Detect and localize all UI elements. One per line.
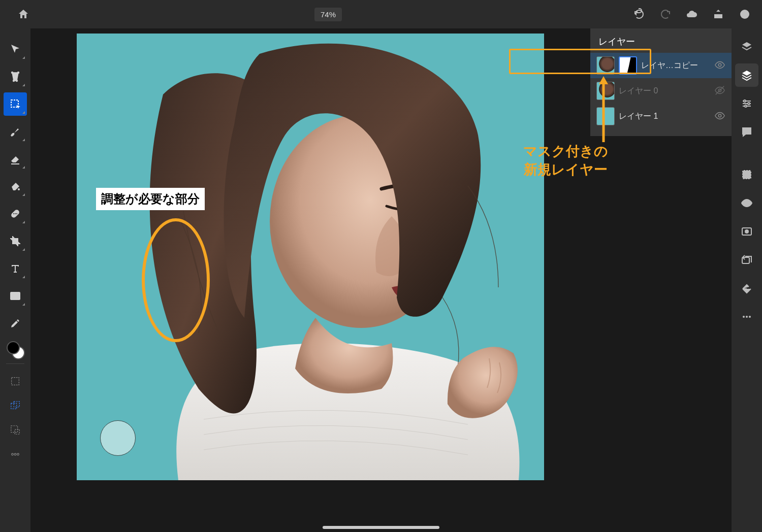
layer-row[interactable]: レイヤー 1 — [590, 104, 732, 129]
svg-point-5 — [16, 80, 18, 82]
topbar: 74% — [0, 0, 762, 28]
svg-point-31 — [744, 100, 746, 102]
canvas-area[interactable]: 調整が必要な部分 — [30, 28, 590, 532]
svg-point-10 — [15, 213, 16, 214]
svg-point-43 — [749, 316, 751, 318]
svg-point-9 — [13, 213, 14, 214]
brush-tool-icon[interactable] — [4, 120, 27, 143]
crop-tool-icon[interactable] — [4, 229, 27, 253]
svg-rect-17 — [11, 426, 18, 433]
svg-rect-18 — [15, 429, 19, 434]
layer-thumb-icon — [596, 82, 615, 100]
clip-action-icon[interactable] — [735, 248, 758, 272]
svg-point-11 — [16, 213, 17, 214]
svg-point-1 — [744, 16, 745, 17]
visibility-icon[interactable] — [714, 59, 726, 72]
subject-image — [77, 34, 544, 480]
svg-point-2 — [12, 72, 13, 74]
layer-thumb-icon — [596, 107, 615, 125]
transform-tool-icon[interactable] — [4, 65, 27, 88]
heal-tool-icon[interactable] — [4, 202, 27, 225]
eyedropper-tool-icon[interactable] — [4, 312, 27, 335]
brush-cursor-icon — [100, 420, 136, 456]
svg-point-3 — [18, 72, 19, 74]
canvas[interactable]: 調整が必要な部分 — [77, 34, 544, 480]
delete-action-icon[interactable] — [735, 277, 758, 300]
zoom-badge[interactable]: 74% — [314, 8, 342, 21]
home-icon[interactable] — [13, 4, 34, 24]
comments-icon[interactable] — [735, 120, 758, 144]
marquee-rect-icon[interactable] — [5, 371, 26, 392]
layers-panel: レイヤー レイヤ…コピー レイヤー 0 レイヤー 1 — [590, 28, 732, 136]
add-layer-icon[interactable] — [735, 163, 758, 186]
visibility-icon[interactable] — [714, 110, 726, 122]
svg-point-7 — [18, 188, 20, 190]
marquee-add-icon[interactable] — [5, 395, 26, 416]
layer-name: レイヤー 0 — [619, 86, 714, 96]
svg-point-20 — [14, 453, 16, 455]
layer-thumb-icon — [596, 56, 615, 75]
layers-panel-title: レイヤー — [590, 32, 732, 53]
svg-point-19 — [12, 453, 14, 455]
redo-icon[interactable] — [655, 4, 676, 24]
svg-point-33 — [745, 105, 747, 107]
svg-point-13 — [13, 294, 15, 296]
fill-tool-icon[interactable] — [4, 175, 27, 198]
help-icon[interactable] — [735, 4, 755, 24]
properties-icon[interactable] — [735, 92, 758, 115]
svg-point-26 — [718, 114, 721, 117]
svg-point-42 — [746, 316, 748, 318]
share-icon[interactable] — [708, 4, 728, 24]
color-swatch[interactable] — [7, 341, 24, 358]
eraser-tool-icon[interactable] — [4, 147, 27, 171]
layer-mask-thumb-icon — [619, 56, 637, 75]
svg-rect-14 — [12, 378, 19, 385]
toolbar-divider — [6, 363, 24, 364]
place-photo-tool-icon[interactable] — [4, 284, 27, 308]
left-toolbar — [0, 28, 30, 532]
visibility-action-icon[interactable] — [735, 191, 758, 215]
svg-point-4 — [13, 80, 15, 82]
right-rail — [732, 28, 762, 532]
marquee-subtract-icon[interactable] — [5, 419, 26, 441]
layer-name: レイヤー 1 — [619, 111, 714, 122]
svg-point-37 — [745, 202, 748, 205]
canvas-annotation-label: 調整が必要な部分 — [96, 188, 205, 210]
svg-rect-16 — [14, 402, 19, 407]
svg-point-41 — [743, 316, 745, 318]
svg-point-39 — [745, 229, 749, 234]
text-tool-icon[interactable] — [4, 257, 27, 280]
move-tool-icon[interactable] — [4, 38, 27, 61]
svg-point-21 — [17, 453, 19, 455]
more-actions-icon[interactable] — [735, 305, 758, 328]
visibility-icon[interactable] — [714, 85, 726, 97]
layers-detail-icon[interactable] — [735, 63, 758, 87]
home-indicator — [323, 526, 439, 529]
layer-row[interactable]: レイヤ…コピー — [590, 53, 732, 78]
more-tools-icon[interactable] — [5, 444, 26, 465]
layer-row[interactable]: レイヤー 0 — [590, 78, 732, 104]
layer-name: レイヤ…コピー — [641, 60, 714, 71]
svg-point-23 — [718, 63, 721, 66]
svg-point-32 — [748, 103, 750, 105]
undo-icon[interactable] — [629, 4, 649, 24]
mask-action-icon[interactable] — [735, 220, 758, 243]
cloud-icon[interactable] — [682, 4, 702, 24]
layers-compact-icon[interactable] — [735, 35, 758, 58]
selection-tool-icon[interactable] — [4, 92, 27, 116]
